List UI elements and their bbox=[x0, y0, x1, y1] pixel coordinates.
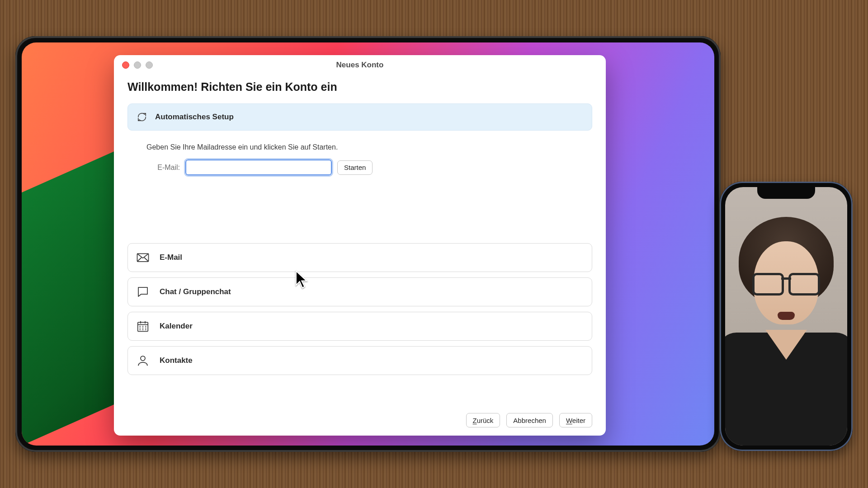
email-input[interactable] bbox=[185, 160, 332, 175]
next-button[interactable]: Weiter bbox=[559, 413, 592, 427]
option-contacts[interactable]: Kontakte bbox=[127, 346, 592, 375]
option-label: Kalender bbox=[160, 322, 193, 331]
option-calendar[interactable]: Kalender bbox=[127, 312, 592, 341]
contacts-icon bbox=[136, 354, 150, 367]
option-label: E-Mail bbox=[160, 253, 182, 262]
option-email[interactable]: E-Mail bbox=[127, 243, 592, 272]
automatic-setup-label: Automatisches Setup bbox=[155, 113, 234, 122]
start-button[interactable]: Starten bbox=[337, 160, 373, 175]
dialog-footer: Zurück Abbrechen Weiter bbox=[127, 405, 592, 427]
setup-hint: Geben Sie Ihre Mailadresse ein und klick… bbox=[146, 143, 592, 151]
page-heading: Willkommen! Richten Sie ein Konto ein bbox=[127, 80, 592, 94]
tablet-device: Neues Konto Willkommen! Richten Sie ein … bbox=[15, 36, 721, 452]
window-content: Willkommen! Richten Sie ein Konto ein Au… bbox=[114, 75, 606, 436]
phone-notch bbox=[757, 187, 815, 199]
cancel-button[interactable]: Abbrechen bbox=[506, 413, 553, 427]
svg-point-2 bbox=[141, 356, 145, 361]
email-form-row: E-Mail: Starten bbox=[146, 160, 592, 175]
account-type-list: E-Mail Chat / Gruppenchat bbox=[127, 243, 592, 375]
automatic-setup-banner[interactable]: Automatisches Setup bbox=[127, 103, 592, 131]
option-label: Chat / Gruppenchat bbox=[160, 287, 231, 296]
new-account-window: Neues Konto Willkommen! Richten Sie ein … bbox=[114, 55, 606, 436]
tablet-screen: Neues Konto Willkommen! Richten Sie ein … bbox=[22, 42, 714, 446]
phone-device bbox=[720, 182, 853, 451]
window-title: Neues Konto bbox=[114, 61, 606, 70]
option-label: Kontakte bbox=[160, 356, 193, 365]
sync-icon bbox=[137, 112, 147, 122]
mail-icon bbox=[136, 251, 150, 264]
presenter-video bbox=[725, 187, 847, 446]
chat-icon bbox=[136, 285, 150, 299]
desk-background: Neues Konto Willkommen! Richten Sie ein … bbox=[0, 0, 868, 488]
window-titlebar: Neues Konto bbox=[114, 55, 606, 75]
phone-screen bbox=[725, 187, 847, 446]
calendar-icon bbox=[136, 319, 150, 333]
email-field-label: E-Mail: bbox=[146, 164, 180, 172]
option-chat[interactable]: Chat / Gruppenchat bbox=[127, 277, 592, 306]
back-button[interactable]: Zurück bbox=[466, 413, 500, 427]
